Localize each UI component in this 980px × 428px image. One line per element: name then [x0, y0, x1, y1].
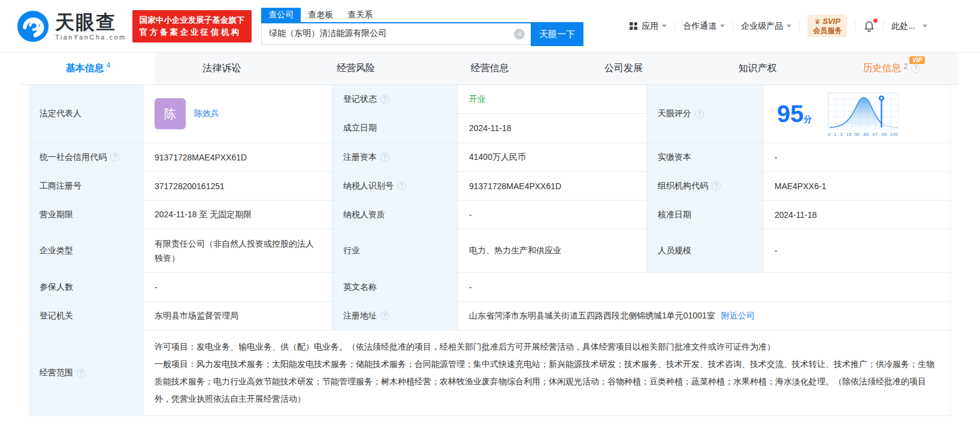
- field-value-taxpayer-id: 91371728MAE4PXX61D: [458, 172, 647, 201]
- field-label-business-term: 营业期限: [29, 201, 144, 229]
- field-value-organization-code: MAE4PXX6-1: [764, 172, 950, 201]
- search-tab-relation[interactable]: 查关系: [340, 8, 380, 22]
- field-label-staff-size: 人员规模: [647, 229, 764, 273]
- brand-domain: TianYanCha.com: [55, 34, 126, 41]
- search-block: 查公司 查老板 查关系 × 天眼一下: [261, 7, 583, 46]
- notification-dot: [873, 19, 878, 23]
- chevron-down-icon: [720, 25, 725, 28]
- tab-intellectual-property[interactable]: 知识产权: [691, 53, 825, 84]
- field-label-registration-status: 登记状态: [332, 85, 458, 114]
- certification-badge: 国家中小企业发展子基金旗下 官方备案企业征信机构: [132, 10, 252, 43]
- tab-count: 2: [903, 62, 908, 71]
- nearby-companies-link[interactable]: 附近公司: [721, 311, 755, 321]
- search-tab-company[interactable]: 查公司: [261, 8, 301, 22]
- menu-divider: [883, 22, 884, 31]
- crown-icon: ♛: [815, 18, 821, 25]
- field-value-insured-count: -: [144, 273, 332, 302]
- brand-name: 天眼查: [55, 12, 126, 32]
- field-value-registration-status: 开业: [458, 85, 647, 114]
- field-label-organization-code: 组织机构代码: [647, 172, 764, 201]
- field-value-english-name: -: [458, 273, 950, 302]
- field-label-registration-authority: 登记机关: [29, 302, 144, 330]
- field-label-insured-count: 参保人数: [29, 273, 144, 302]
- score-distribution-chart[interactable]: 0131550859799100: [828, 92, 899, 137]
- basic-info-table: 法定代表人 陈 陈效兵 登记状态 开业 成立日期 2024-11-18 天眼评分: [21, 85, 958, 416]
- chevron-down-icon: [922, 25, 927, 28]
- field-label-registered-address: 注册地址: [332, 302, 458, 330]
- field-label-company-type: 企业类型: [29, 229, 144, 273]
- field-value-registration-number: 371728200161251: [144, 172, 332, 201]
- help-icon[interactable]: [77, 369, 86, 378]
- search-button[interactable]: 天眼一下: [531, 23, 583, 46]
- tianyancha-logo-icon: [17, 10, 49, 43]
- top-header: 天眼查 TianYanCha.com 国家中小企业发展子基金旗下 官方备案企业征…: [0, 0, 980, 53]
- field-value-taxpayer-qualification: -: [458, 201, 647, 229]
- legal-rep-name-link[interactable]: 陈效兵: [194, 108, 219, 119]
- field-value-registration-authority: 东明县市场监督管理局: [144, 302, 332, 330]
- field-label-approval-date: 核准日期: [647, 201, 764, 229]
- search-input[interactable]: [261, 23, 531, 45]
- field-label-paid-in-capital: 实缴资本: [647, 143, 764, 172]
- top-menu: 应用 合作通道 企业级产品 ♛ SVIP 会员服务 此处...: [629, 15, 927, 37]
- notifications-bell-icon[interactable]: [863, 20, 875, 32]
- menu-divider: [674, 22, 675, 31]
- help-icon[interactable]: [110, 153, 119, 162]
- field-value-paid-in-capital: -: [764, 143, 950, 172]
- menu-user-more[interactable]: 此处...: [891, 21, 927, 32]
- help-icon[interactable]: [397, 181, 406, 190]
- certification-line1: 国家中小企业发展子基金旗下: [140, 14, 245, 26]
- field-value-business-term: 2024-11-18 至 无固定期限: [144, 201, 332, 229]
- field-label-taxpayer-qualification: 纳税人资质: [332, 201, 458, 229]
- tab-count: 4: [106, 61, 110, 69]
- help-icon[interactable]: [712, 181, 721, 190]
- tianyancha-logo[interactable]: 天眼查 TianYanCha.com: [17, 10, 126, 43]
- score-value: 95: [777, 101, 804, 127]
- field-value-company-type: 有限责任公司（非自然人投资或控股的法人独资）: [144, 229, 332, 273]
- field-label-industry: 行业: [332, 229, 458, 273]
- field-value-legal-representative: 陈 陈效兵: [144, 85, 332, 143]
- field-value-establishment-date: 2024-11-18: [458, 114, 647, 143]
- help-icon[interactable]: [380, 153, 389, 162]
- help-icon[interactable]: [911, 64, 920, 73]
- legal-rep-avatar[interactable]: 陈: [155, 98, 186, 129]
- field-label-business-scope: 经营范围: [29, 330, 144, 416]
- field-label-registration-number: 工商注册号: [29, 172, 144, 201]
- menu-divider: [799, 22, 800, 31]
- search-tabs: 查公司 查老板 查关系: [261, 7, 583, 22]
- field-value-approval-date: 2024-11-18: [764, 201, 950, 229]
- tab-company-development[interactable]: 公司发展: [556, 53, 691, 84]
- help-icon[interactable]: [380, 311, 389, 320]
- clear-search-icon[interactable]: ×: [514, 29, 525, 40]
- tab-basic-info[interactable]: 基本信息4: [21, 53, 155, 84]
- certification-line2: 官方备案企业征信机构: [140, 26, 245, 38]
- field-value-staff-size: -: [764, 229, 950, 273]
- apps-grid-icon: [629, 22, 638, 31]
- score-chart-axis: 0131550859799100: [828, 131, 899, 137]
- tab-history-info[interactable]: VIP 历史信息 2: [824, 53, 958, 84]
- field-value-business-scope: 许可项目：发电业务、输电业务、供（配）电业务。（依法须经批准的项目，经相关部门批…: [144, 330, 950, 416]
- field-label-legal-representative: 法定代表人: [29, 85, 144, 143]
- vip-badge: VIP: [909, 56, 925, 64]
- field-label-credit-code: 统一社会信用代码: [29, 143, 144, 172]
- svip-member-badge[interactable]: ♛ SVIP 会员服务: [807, 15, 847, 37]
- field-label-tianyan-score: 天眼评分: [647, 85, 764, 143]
- menu-apps[interactable]: 应用: [629, 21, 667, 32]
- menu-divider: [855, 22, 855, 31]
- tab-legal-proceedings[interactable]: 法律诉讼: [155, 53, 289, 84]
- field-label-english-name: 英文名称: [332, 273, 458, 302]
- field-label-registered-capital: 注册资本: [332, 143, 458, 172]
- chevron-down-icon: [662, 25, 667, 28]
- search-tab-boss[interactable]: 查老板: [301, 8, 340, 22]
- field-label-establishment-date: 成立日期: [332, 114, 458, 143]
- field-value-tianyan-score: 95分: [764, 85, 950, 143]
- chevron-down-icon: [787, 25, 791, 28]
- field-label-taxpayer-id: 纳税人识别号: [332, 172, 458, 201]
- menu-divider: [733, 22, 733, 31]
- menu-enterprise-products[interactable]: 企业级产品: [741, 21, 791, 32]
- field-value-credit-code: 91371728MAE4PXX61D: [144, 143, 332, 172]
- tab-business-info[interactable]: 经营信息: [423, 53, 557, 84]
- help-icon[interactable]: [380, 95, 389, 104]
- help-icon[interactable]: [695, 110, 704, 119]
- menu-cooperation[interactable]: 合作通道: [683, 21, 725, 32]
- tab-operational-risk[interactable]: 经营风险: [289, 53, 423, 84]
